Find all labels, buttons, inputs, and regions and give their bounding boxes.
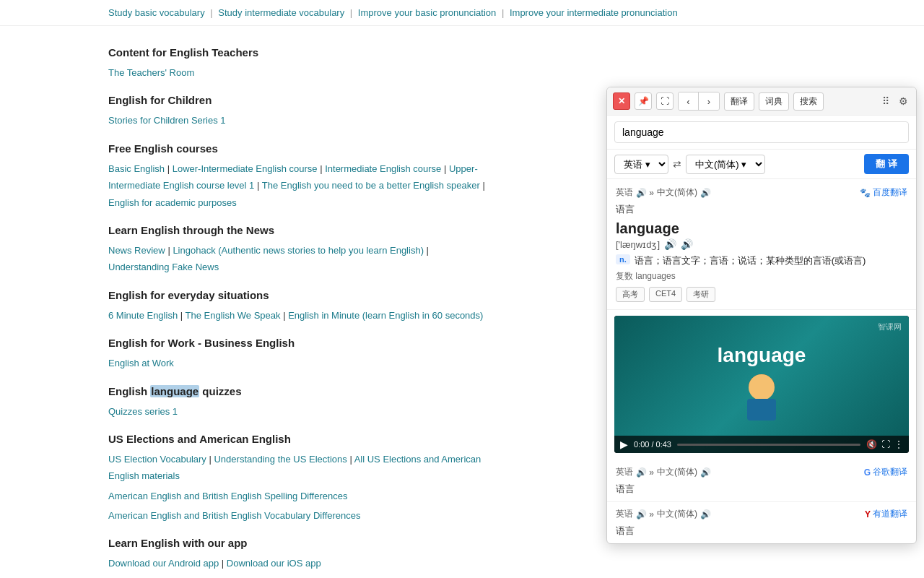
source-lang-select[interactable]: 英语 ▾ (614, 155, 668, 174)
section-title-elections: US Elections and American English (108, 433, 491, 445)
youdao-lang-path: 英语 🔊 » 中文(简体) 🔊 (616, 508, 711, 520)
trans-toolbar: ✕ 📌 ⛶ ‹ › 翻译 词典 搜索 ⠿ ⚙ (607, 87, 916, 116)
top-links-bar: Study basic vocabulary | Study intermedi… (0, 0, 924, 26)
link-line-quizzes: Quizzes series 1 (108, 403, 491, 420)
youdao-brand-name: 有道翻译 (873, 508, 907, 520)
academic-link[interactable]: English for academic purposes (108, 197, 237, 208)
more-icon[interactable]: ⋮ (894, 439, 903, 449)
grid-icon[interactable]: ⠿ (879, 94, 893, 108)
link-line-teachers: The Teachers' Room (108, 64, 491, 81)
dictionary-tab-btn[interactable]: 词典 (759, 92, 789, 111)
baidu-tags: 高考 CET4 考研 (616, 287, 907, 302)
prev-button[interactable]: ‹ (679, 92, 699, 110)
link-line-spelling: American English and British English Spe… (108, 488, 491, 504)
section-title-everyday: English for everyday situations (108, 289, 491, 301)
us-election-vocab-link[interactable]: US Election Vocabulary (108, 454, 206, 465)
baidu-src-lang: 英语 (616, 186, 633, 199)
audio-uk-icon[interactable]: 🔊 (664, 238, 676, 250)
google-logo-icon: G (864, 467, 871, 478)
quizzes-series-link[interactable]: Quizzes series 1 (108, 406, 178, 417)
char-body (747, 399, 776, 420)
search-tab-btn[interactable]: 搜索 (793, 92, 824, 111)
youdao-result-section: 英语 🔊 » 中文(简体) 🔊 Y 有道翻译 语言 (607, 502, 916, 543)
android-app-link[interactable]: Download our Android app (108, 558, 219, 569)
english-we-speak-link[interactable]: The English We Speak (186, 310, 281, 321)
baidu-meanings: 语言；语言文字；言语；说话；某种类型的言语(或语言) (635, 254, 866, 267)
top-link-4[interactable]: Improve your intermediate pronunciation (510, 7, 678, 18)
baidu-brand: 🐾 百度翻译 (860, 186, 907, 199)
six-minute-english-link[interactable]: 6 Minute English (108, 310, 178, 321)
baidu-result-header: 英语 🔊 » 中文(简体) 🔊 🐾 百度翻译 (616, 186, 907, 199)
settings-icon[interactable]: ⚙ (896, 94, 910, 108)
english-in-minute-link[interactable]: English in Minute (learn English in 60 s… (288, 310, 483, 321)
google-translation-label: 语言 (616, 483, 907, 496)
top-link-1[interactable]: Study basic vocabulary (108, 7, 205, 18)
expand-button[interactable]: ⛶ (656, 92, 674, 110)
link-line-children: Stories for Children Series 1 (108, 112, 491, 129)
google-result-header: 英语 🔊 » 中文(简体) 🔊 G 谷歌翻译 (616, 466, 907, 478)
section-english-children: English for Children Stories for Childre… (108, 94, 491, 129)
vocab-differences-link[interactable]: American English and British English Voc… (108, 510, 361, 521)
translate-tab-btn[interactable]: 翻译 (724, 92, 754, 111)
spelling-differences-link[interactable]: American English and British English Spe… (108, 491, 347, 501)
search-input[interactable] (614, 121, 909, 143)
youdao-src-lang: 英语 (616, 508, 633, 520)
next-button[interactable]: › (699, 92, 719, 110)
link-line-vocab-diff: American English and British English Voc… (108, 507, 491, 524)
audio-us-icon[interactable]: 🔊 (681, 238, 693, 250)
section-title-free-courses: Free English courses (108, 142, 491, 155)
video-word: language (718, 344, 806, 367)
close-button[interactable]: ✕ (613, 92, 630, 110)
section-title-children: English for Children (108, 94, 491, 106)
news-review-link[interactable]: News Review (108, 245, 165, 256)
baidu-phonetic: ['læŋwɪdʒ] 🔊 🔊 (616, 238, 907, 250)
baidu-word: language (616, 220, 907, 237)
basic-english-link[interactable]: Basic English (108, 163, 165, 174)
target-lang-select[interactable]: 中文(简体) ▾ (686, 155, 765, 174)
section-title-teachers: Content for English Teachers (108, 46, 491, 59)
pos-badge: n. (616, 254, 630, 264)
section-app: Learn English with our app Download our … (108, 537, 491, 571)
ios-app-link[interactable]: Download our iOS app (227, 558, 321, 569)
baidu-lang-path: 英语 🔊 » 中文(简体) 🔊 (616, 186, 711, 199)
video-progress-bar[interactable] (677, 444, 860, 446)
fake-news-link[interactable]: Understanding Fake News (108, 262, 219, 272)
video-watermark: 智课网 (878, 322, 902, 332)
section-title-news: Learn English through the News (108, 224, 491, 236)
main-content: Content for English Teachers The Teacher… (0, 26, 599, 578)
youdao-result-header: 英语 🔊 » 中文(简体) 🔊 Y 有道翻译 (616, 508, 907, 520)
lingohack-link[interactable]: Lingohack (Authentic news stories to hel… (173, 245, 424, 256)
baidu-plural: 复数 languages (616, 270, 907, 282)
video-background: 智课网 language (614, 316, 909, 453)
pin-button[interactable]: 📌 (635, 92, 652, 110)
play-icon[interactable]: ▶ (620, 439, 628, 450)
link-line-everyday: 6 Minute English | The English We Speak … (108, 307, 491, 324)
nav-buttons: ‹ › (678, 92, 720, 111)
highlighted-word: language (150, 385, 199, 397)
phonetic-text: ['læŋwɪdʒ] (616, 239, 660, 250)
understanding-elections-link[interactable]: Understanding the US Elections (214, 454, 346, 465)
intermediate-link[interactable]: Intermediate English course (325, 163, 441, 174)
translate-button[interactable]: 翻 译 (864, 154, 909, 174)
tag-kaoyan: 考研 (687, 287, 715, 302)
section-title-quizzes: English language quizzes (108, 385, 491, 397)
swap-icon[interactable]: ⇄ (673, 158, 681, 170)
tag-cet4: CET4 (649, 287, 682, 302)
video-character (740, 374, 783, 425)
better-speaker-link[interactable]: The English you need to be a better Engl… (262, 180, 480, 191)
youdao-tgt-lang: 中文(简体) (657, 508, 697, 520)
top-link-2[interactable]: Study intermediate vocabulary (218, 7, 344, 18)
english-at-work-link[interactable]: English at Work (108, 358, 174, 368)
google-src-lang: 英语 (616, 466, 633, 478)
video-control-icons: 🔇 ⛶ ⋮ (866, 439, 903, 449)
lower-intermediate-link[interactable]: Lower-Intermediate English course (173, 163, 318, 174)
link-line-news: News Review | Lingohack (Authentic news … (108, 242, 491, 276)
section-title-app: Learn English with our app (108, 537, 491, 549)
teachers-room-link[interactable]: The Teachers' Room (108, 67, 194, 78)
google-tgt-lang: 中文(简体) (657, 466, 697, 478)
video-time: 0:00 / 0:43 (634, 440, 671, 449)
stories-children-link[interactable]: Stories for Children Series 1 (108, 115, 226, 126)
fullscreen-icon[interactable]: ⛶ (881, 439, 890, 449)
top-link-3[interactable]: Improve your basic pronunciation (358, 7, 497, 18)
mute-icon[interactable]: 🔇 (866, 439, 877, 449)
